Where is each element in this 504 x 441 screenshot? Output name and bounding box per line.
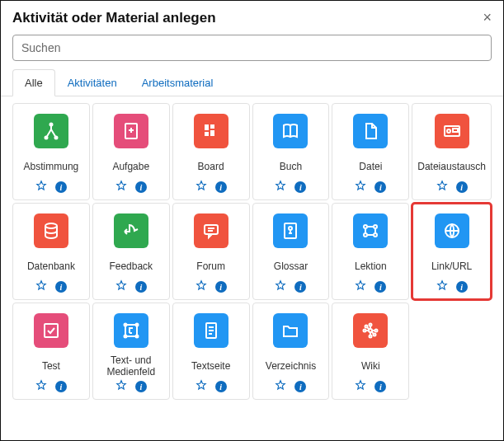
- tabs: AlleAktivitätenArbeitsmaterial: [1, 69, 503, 96]
- activity-card-textmedien[interactable]: Text- und Medienfeldi: [92, 303, 170, 400]
- activity-card-lektion[interactable]: Lektioni: [332, 203, 409, 300]
- star-icon[interactable]: [35, 180, 47, 195]
- activity-card-link[interactable]: Link/URLi: [412, 203, 492, 300]
- activity-card-buch[interactable]: Buchi: [252, 103, 330, 200]
- info-icon[interactable]: i: [294, 381, 306, 392]
- star-icon[interactable]: [275, 180, 286, 195]
- star-icon[interactable]: [195, 279, 207, 294]
- info-icon[interactable]: i: [374, 281, 386, 293]
- svg-point-30: [364, 330, 366, 332]
- modal-title: Aktivität oder Material anlegen: [12, 10, 216, 26]
- star-icon[interactable]: [436, 279, 448, 294]
- star-icon[interactable]: [195, 379, 207, 394]
- activity-card-test[interactable]: Testi: [12, 303, 90, 400]
- svg-rect-5: [210, 124, 214, 129]
- choice-icon: [34, 114, 68, 148]
- activity-card-board[interactable]: Boardi: [172, 103, 250, 200]
- svg-point-27: [369, 329, 372, 332]
- activity-label: Buch: [278, 155, 304, 178]
- activity-grid: AbstimmungiAufgabeiBoardiBuchiDateiiDate…: [1, 96, 503, 411]
- activity-card-dateiaustausch[interactable]: Dateiaustauschi: [412, 103, 492, 200]
- svg-point-14: [289, 227, 292, 230]
- svg-rect-20: [45, 324, 58, 337]
- tab-activities[interactable]: Aktivitäten: [55, 69, 130, 96]
- activity-card-abstimmung[interactable]: Abstimmungi: [12, 103, 90, 200]
- forum-icon: [194, 213, 228, 248]
- svg-point-17: [364, 233, 367, 237]
- activity-card-datei[interactable]: Dateii: [332, 103, 409, 200]
- info-icon[interactable]: i: [456, 281, 468, 293]
- activity-label: Datenbank: [26, 255, 77, 278]
- info-icon[interactable]: i: [135, 281, 147, 293]
- card-actions: i: [195, 379, 227, 394]
- tab-resources[interactable]: Arbeitsmaterial: [130, 69, 226, 96]
- info-icon[interactable]: i: [374, 181, 386, 193]
- activity-card-aufgabe[interactable]: Aufgabei: [92, 103, 170, 200]
- card-actions: i: [195, 279, 227, 294]
- tab-all[interactable]: Alle: [12, 69, 55, 96]
- glossary-icon: [273, 213, 308, 248]
- activity-card-textseite[interactable]: Textseitei: [172, 303, 250, 400]
- star-icon[interactable]: [355, 180, 366, 195]
- card-actions: i: [195, 180, 227, 195]
- activity-card-verzeichnis[interactable]: Verzeichnisi: [252, 303, 330, 400]
- svg-point-15: [364, 225, 367, 228]
- card-actions: i: [436, 279, 468, 294]
- card-actions: i: [115, 379, 147, 394]
- info-icon[interactable]: i: [215, 181, 227, 193]
- star-icon[interactable]: [275, 379, 286, 394]
- feedback-icon: [114, 213, 148, 248]
- info-icon[interactable]: i: [55, 281, 67, 293]
- activity-card-datenbank[interactable]: Datenbanki: [12, 203, 90, 300]
- activity-label: Forum: [195, 255, 227, 278]
- info-icon[interactable]: i: [215, 281, 227, 293]
- star-icon[interactable]: [195, 180, 207, 195]
- svg-point-28: [370, 324, 372, 326]
- info-icon[interactable]: i: [294, 281, 306, 293]
- activity-card-wiki[interactable]: Wikii: [332, 303, 409, 400]
- info-icon[interactable]: i: [55, 381, 67, 392]
- info-icon[interactable]: i: [374, 381, 386, 392]
- search-container: [1, 31, 503, 69]
- search-input[interactable]: [12, 35, 492, 61]
- star-icon[interactable]: [35, 379, 47, 394]
- star-icon[interactable]: [35, 279, 47, 294]
- activity-card-forum[interactable]: Forumi: [172, 203, 250, 300]
- info-icon[interactable]: i: [135, 381, 147, 392]
- svg-point-1: [45, 137, 47, 139]
- svg-rect-6: [205, 132, 209, 136]
- page-icon: [194, 313, 228, 348]
- star-icon[interactable]: [115, 379, 127, 394]
- label-icon: [114, 313, 148, 348]
- svg-point-23: [135, 324, 138, 326]
- book-icon: [273, 114, 308, 148]
- quiz-icon: [34, 313, 68, 348]
- lesson-icon: [353, 213, 388, 248]
- activity-card-glossar[interactable]: Glossari: [252, 203, 330, 300]
- wiki-icon: [353, 313, 388, 348]
- close-button[interactable]: ×: [483, 9, 492, 26]
- info-icon[interactable]: i: [294, 181, 306, 193]
- star-icon[interactable]: [275, 279, 286, 294]
- activity-chooser-modal: Aktivität oder Material anlegen × AlleAk…: [0, 0, 504, 441]
- activity-label: Datei: [357, 155, 384, 178]
- activity-label: Test: [40, 354, 62, 378]
- modal-header: Aktivität oder Material anlegen ×: [1, 1, 503, 31]
- star-icon[interactable]: [115, 180, 127, 195]
- svg-point-0: [49, 124, 52, 126]
- star-icon[interactable]: [355, 379, 366, 394]
- star-icon[interactable]: [436, 180, 448, 195]
- info-icon[interactable]: i: [55, 181, 67, 193]
- info-icon[interactable]: i: [456, 181, 468, 193]
- card-actions: i: [35, 180, 67, 195]
- star-icon[interactable]: [115, 279, 127, 294]
- db-icon: [34, 213, 68, 248]
- card-actions: i: [35, 379, 67, 394]
- activity-card-feedback[interactable]: Feedbacki: [92, 203, 170, 300]
- activity-label: Abstimmung: [22, 155, 81, 178]
- info-icon[interactable]: i: [135, 181, 147, 193]
- activity-label: Lektion: [353, 255, 389, 278]
- svg-rect-4: [205, 124, 209, 130]
- star-icon[interactable]: [355, 279, 366, 294]
- info-icon[interactable]: i: [215, 381, 227, 392]
